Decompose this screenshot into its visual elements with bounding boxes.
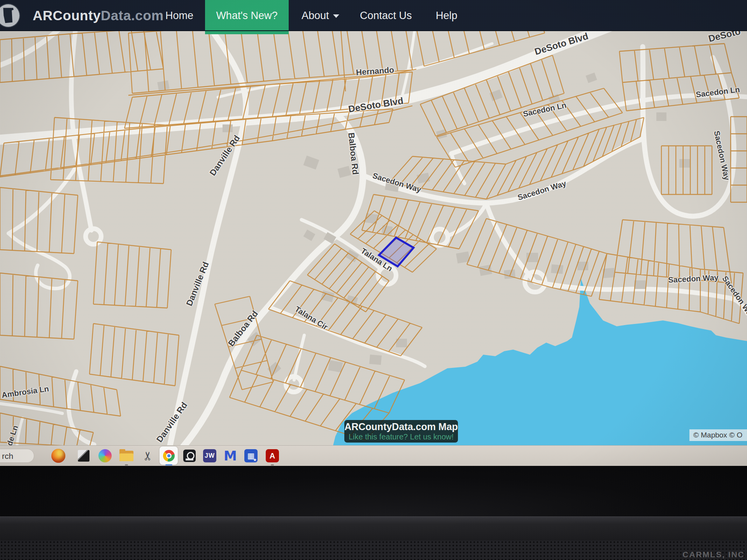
nav-item-whats-new-label: What's New? <box>216 10 277 21</box>
brand-text: ARCountyData.com <box>33 8 164 23</box>
brand[interactable]: ARCountyData.com <box>0 0 164 31</box>
jw-library-icon[interactable]: JW <box>202 448 217 464</box>
chrome-icon[interactable] <box>160 446 178 465</box>
firefox-icon[interactable] <box>51 448 66 464</box>
map-inner: HernandoDeSoto BlvdDeSoto BlvdDeSotoSace… <box>0 31 747 445</box>
screen-photo: ARCountyData.com Home What's New? About … <box>0 0 747 560</box>
nav-item-whats-new[interactable]: What's New? <box>205 0 289 34</box>
photos-app-icon[interactable] <box>76 448 91 464</box>
chevron-down-icon <box>333 14 339 18</box>
map-attribution-title: ARCountyData.com Map <box>344 421 458 432</box>
snipping-tool-icon[interactable]: ✂ <box>140 448 156 464</box>
parcel-map[interactable]: HernandoDeSoto BlvdDeSoto BlvdDeSotoSace… <box>0 31 747 445</box>
map-feedback-link[interactable]: Like this feature? Let us know! <box>344 432 458 441</box>
brand-secondary: Data.com <box>101 8 164 23</box>
file-explorer-icon[interactable] <box>119 448 134 464</box>
nav-item-about[interactable]: About <box>302 0 339 31</box>
designer-swirl-icon[interactable] <box>97 448 113 464</box>
laptop-hinge <box>0 516 747 541</box>
nav-item-help[interactable]: Help <box>436 0 458 31</box>
speaker-grille <box>0 541 747 560</box>
map-attribution-card: ARCountyData.com Map Like this feature? … <box>344 420 458 443</box>
media-app-icon[interactable] <box>182 448 197 464</box>
acrobat-icon[interactable]: A <box>265 448 280 464</box>
photo-watermark: CARMLS, INC <box>682 550 745 559</box>
running-indicator <box>271 464 274 466</box>
search-input[interactable]: rch <box>0 449 34 463</box>
malwarebytes-icon[interactable]: M <box>223 448 238 464</box>
nav-item-contact-us[interactable]: Contact Us <box>360 0 412 31</box>
brand-primary: ARCounty <box>33 8 101 23</box>
nav-item-home[interactable]: Home <box>165 0 193 31</box>
windows-taskbar: rch ✂ JW M ▦★ A <box>0 445 747 466</box>
mapbox-attribution[interactable]: © Mapbox © O <box>689 429 747 441</box>
running-indicator <box>125 464 128 466</box>
top-navbar: ARCountyData.com Home What's New? About … <box>0 0 747 31</box>
navbar-divider <box>0 30 747 31</box>
running-indicator-active <box>165 464 172 466</box>
laptop-bezel: hp <box>0 466 747 516</box>
arkansas-logo-icon <box>0 4 19 27</box>
nav-item-about-label: About <box>302 10 329 21</box>
device-utility-icon[interactable]: ▦★ <box>243 448 259 464</box>
map-canvas[interactable] <box>0 31 747 445</box>
